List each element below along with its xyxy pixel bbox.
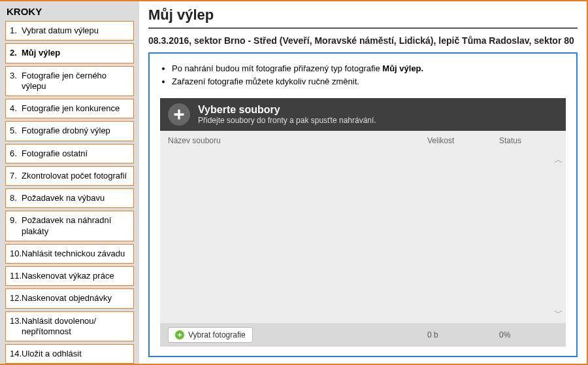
- page-title: Můj výlep: [148, 7, 578, 24]
- step-item[interactable]: 5.Fotografie drobný výlep: [5, 121, 134, 141]
- step-item[interactable]: 4.Fotografie jen konkurence: [5, 99, 134, 118]
- step-number: 4.: [10, 103, 22, 114]
- note-line: Zařazení fotografie můžete kdykoliv ručn…: [172, 76, 566, 88]
- step-item[interactable]: 11.Naskenovat výkaz práce: [5, 266, 134, 286]
- step-label: Naskenovat objednávky: [22, 293, 129, 304]
- uploader-header[interactable]: Vyberte soubory Přidejte soubory do fron…: [160, 98, 566, 131]
- step-item[interactable]: 10.Nahlásit technickou závadu: [5, 244, 134, 264]
- steps-sidebar: KROKY 1.Vybrat datum výlepu2.Můj výlep3.…: [0, 1, 139, 364]
- step-label: Fotografie jen černého výlepu: [22, 71, 129, 92]
- sidebar-title: KROKY: [7, 6, 134, 17]
- step-number: 1.: [10, 26, 22, 36]
- chevron-down-icon[interactable]: ﹀: [554, 307, 563, 319]
- step-number: 12.: [10, 293, 22, 304]
- step-label: Uložit a odhlásit: [22, 349, 129, 359]
- step-item[interactable]: 9.Požadavek na náhradní plakáty: [5, 211, 134, 241]
- step-number: 8.: [10, 193, 22, 203]
- step-label: Fotografie jen konkurence: [22, 103, 129, 114]
- note-line: Po nahrání budou mít fotografie přiřazen…: [172, 63, 566, 75]
- app-frame: KROKY 1.Vybrat datum výlepu2.Můj výlep3.…: [0, 0, 588, 365]
- steps-list: 1.Vybrat datum výlepu2.Můj výlep3.Fotogr…: [5, 21, 134, 364]
- step-item[interactable]: 7.Zkontrolovat počet fotografií: [5, 166, 134, 186]
- uploader-columns: Název souboru Velikost Status: [160, 131, 566, 150]
- step-item[interactable]: 6.Fotografie ostatní: [5, 144, 134, 164]
- step-label: Naskenovat výkaz práce: [22, 271, 129, 281]
- uploader-file-list[interactable]: ︿ ﹀: [160, 150, 566, 323]
- step-label: Fotografie drobný výlep: [22, 126, 129, 136]
- main-content: Můj výlep 08.3.2016, sektor Brno - Střed…: [139, 1, 587, 364]
- chevron-up-icon[interactable]: ︿: [554, 154, 563, 166]
- step-number: 3.: [10, 71, 22, 81]
- step-item[interactable]: 14.Uložit a odhlásit: [5, 344, 134, 364]
- select-files-label: Vybrat fotografie: [188, 330, 246, 339]
- step-item[interactable]: 2.Můj výlep: [5, 43, 134, 63]
- step-number: 9.: [10, 215, 22, 226]
- step-label: Vybrat datum výlepu: [22, 26, 129, 36]
- add-icon: [175, 330, 184, 339]
- step-number: 14.: [10, 349, 22, 359]
- upload-panel: Po nahrání budou mít fotografie přiřazen…: [148, 52, 578, 357]
- context-line: 08.3.2016, sektor Brno - Střed (Veveří, …: [148, 35, 578, 46]
- col-status: Status: [499, 136, 558, 145]
- step-number: 5.: [10, 126, 22, 136]
- step-number: 7.: [10, 171, 22, 181]
- uploader-footer: Vybrat fotografie 0 b 0%: [160, 323, 566, 347]
- col-size: Velikost: [427, 136, 499, 145]
- step-label: Nahlásit technickou závadu: [22, 249, 129, 259]
- step-item[interactable]: 3.Fotografie jen černého výlepu: [5, 66, 134, 97]
- step-label: Požadavek na výbavu: [22, 193, 129, 203]
- step-label: Požadavek na náhradní plakáty: [22, 215, 129, 237]
- plus-icon: [168, 103, 190, 126]
- uploader-widget: Vyberte soubory Přidejte soubory do fron…: [160, 98, 566, 347]
- step-item[interactable]: 13.Nahlásit dovolenou/ nepřítomnost: [5, 311, 134, 342]
- step-item[interactable]: 8.Požadavek na výbavu: [5, 188, 134, 208]
- title-divider: [148, 27, 578, 29]
- col-filename: Název souboru: [168, 136, 427, 145]
- step-number: 11.: [10, 271, 22, 281]
- footer-total-size: 0 b: [427, 330, 499, 339]
- select-files-button[interactable]: Vybrat fotografie: [168, 327, 253, 343]
- step-number: 10.: [10, 249, 22, 259]
- step-label: Fotografie ostatní: [22, 148, 129, 159]
- step-number: 6.: [10, 148, 22, 159]
- step-item[interactable]: 12.Naskenovat objednávky: [5, 288, 134, 308]
- step-label: Můj výlep: [22, 48, 129, 58]
- footer-total-progress: 0%: [499, 330, 558, 339]
- upload-notes: Po nahrání budou mít fotografie přiřazen…: [172, 63, 566, 89]
- step-label: Zkontrolovat počet fotografií: [22, 171, 129, 181]
- uploader-subheading: Přidejte soubory do fronty a pak spusťte…: [198, 116, 376, 125]
- step-number: 2.: [10, 48, 22, 58]
- step-number: 13.: [10, 316, 22, 326]
- uploader-heading: Vyberte soubory: [198, 104, 376, 116]
- step-item[interactable]: 1.Vybrat datum výlepu: [5, 21, 134, 41]
- step-label: Nahlásit dovolenou/ nepřítomnost: [22, 316, 129, 338]
